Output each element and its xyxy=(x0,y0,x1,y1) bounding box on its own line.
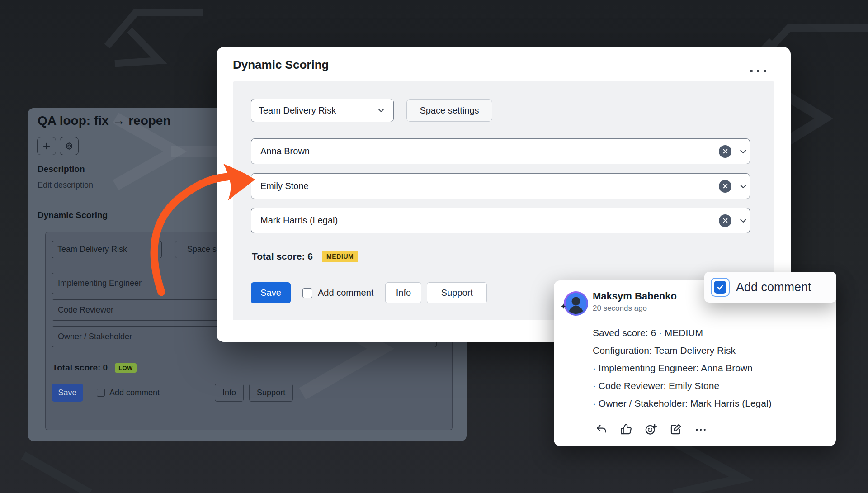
person-select-implementing-engineer[interactable]: Anna Brown xyxy=(251,138,750,164)
support-button[interactable]: Support xyxy=(249,384,293,402)
edit-icon xyxy=(669,422,683,436)
add-comment-checkbox[interactable] xyxy=(97,389,105,397)
edit-description[interactable]: Edit description xyxy=(38,180,93,190)
save-button[interactable]: Save xyxy=(52,384,83,402)
config-select[interactable]: Team Delivery Risk xyxy=(52,241,162,258)
issue-title: QA loop: fix → reopen xyxy=(38,114,171,128)
modal-title: Dynamic Scoring xyxy=(233,58,329,72)
edit-button[interactable] xyxy=(669,422,683,436)
clear-icon[interactable] xyxy=(719,214,731,227)
add-comment-label[interactable]: Add comment xyxy=(318,288,373,298)
checkbox-checked xyxy=(714,281,726,294)
settings-button[interactable] xyxy=(60,137,79,155)
description-heading: Description xyxy=(38,164,85,174)
chevron-down-icon xyxy=(739,182,748,191)
sparkle-icon xyxy=(560,303,566,309)
total-score-text: Total score: 6 xyxy=(252,251,313,262)
save-button[interactable]: Save xyxy=(251,282,291,303)
comment-line: · Code Reviewer: Emily Stone xyxy=(593,377,772,394)
more-horizontal-icon xyxy=(694,422,708,436)
person-select-value: Anna Brown xyxy=(251,146,719,156)
more-options-button[interactable] xyxy=(748,68,768,74)
comment-line: Configuration: Team Delivery Risk xyxy=(593,341,772,359)
chevron-down-icon xyxy=(377,106,385,114)
avatar[interactable] xyxy=(564,291,588,316)
dynamic-scoring-heading: Dynamic Scoring xyxy=(38,210,108,220)
clear-icon[interactable] xyxy=(719,145,731,158)
like-button[interactable] xyxy=(619,422,633,436)
person-select-code-reviewer[interactable]: Emily Stone xyxy=(251,173,750,199)
comment-line: · Implementing Engineer: Anna Brown xyxy=(593,359,772,377)
support-button[interactable]: Support xyxy=(427,282,487,303)
add-comment-checkbox[interactable] xyxy=(711,278,730,297)
person-select-value: Mark Harris (Legal) xyxy=(251,215,719,226)
reply-button[interactable] xyxy=(594,422,608,436)
add-button[interactable] xyxy=(37,137,56,155)
comment-author: Maksym Babenko xyxy=(593,290,677,302)
comment-line: Saved score: 6 · MEDIUM xyxy=(593,324,772,341)
score-badge-medium: MEDIUM xyxy=(322,251,358,262)
add-comment-popover: Add comment xyxy=(704,272,836,303)
add-comment-label[interactable]: Add comment xyxy=(109,388,160,398)
check-icon xyxy=(716,283,724,291)
info-button[interactable]: Info xyxy=(215,384,244,402)
thumbs-up-icon xyxy=(619,422,633,436)
info-button[interactable]: Info xyxy=(385,282,421,303)
add-reaction-button[interactable] xyxy=(644,422,658,436)
comment-timestamp: 20 seconds ago xyxy=(593,304,647,313)
chevron-down-icon xyxy=(739,147,748,156)
add-reaction-icon xyxy=(644,422,658,436)
settings-icon xyxy=(65,142,73,150)
config-select-value: Team Delivery Risk xyxy=(57,245,150,254)
person-select-owner-stakeholder[interactable]: Mark Harris (Legal) xyxy=(251,208,750,233)
config-select[interactable]: Team Delivery Risk xyxy=(251,99,394,122)
reply-icon xyxy=(594,422,608,436)
add-comment-label[interactable]: Add comment xyxy=(736,280,811,294)
avatar-photo xyxy=(566,293,586,314)
score-badge-low: LOW xyxy=(115,363,137,373)
more-button[interactable] xyxy=(694,422,708,436)
person-select-value: Emily Stone xyxy=(251,181,719,191)
chevron-down-icon xyxy=(739,216,748,225)
chevron-down-icon xyxy=(150,246,157,253)
comment-actions xyxy=(594,422,708,436)
comment-card: Maksym Babenko 20 seconds ago Saved scor… xyxy=(554,280,836,446)
screenshot-root: QA loop: fix → reopen Description Edit d… xyxy=(0,0,868,493)
total-score-text: Total score: 0 xyxy=(52,363,108,373)
space-settings-button[interactable]: Space settings xyxy=(406,99,492,122)
comment-line: · Owner / Stakeholder: Mark Harris (Lega… xyxy=(593,394,772,412)
clear-icon[interactable] xyxy=(719,180,731,193)
comment-body: Saved score: 6 · MEDIUM Configuration: T… xyxy=(593,324,772,412)
config-select-value: Team Delivery Risk xyxy=(259,105,377,116)
add-comment-checkbox[interactable] xyxy=(302,288,312,298)
plus-icon xyxy=(42,142,51,150)
